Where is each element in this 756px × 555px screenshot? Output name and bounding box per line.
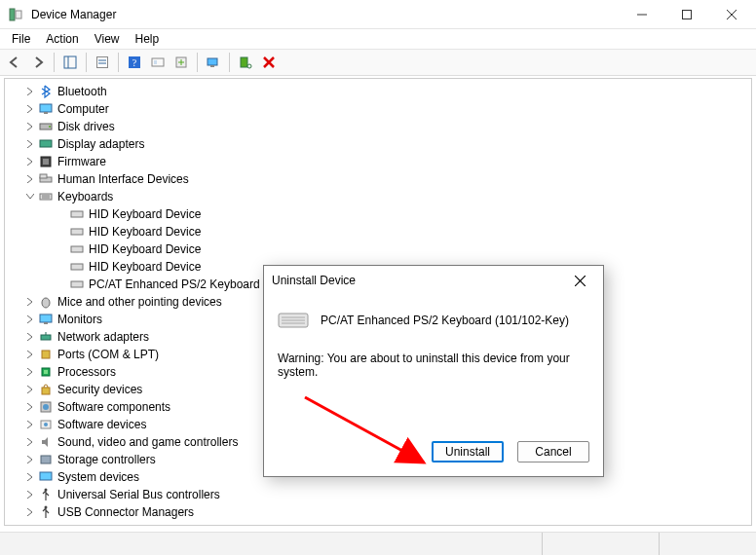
tree-node-diskdrives[interactable]: Disk drives bbox=[5, 118, 751, 135]
dialog-titlebar: Uninstall Device bbox=[264, 266, 603, 295]
svg-rect-6 bbox=[64, 56, 76, 68]
tree-node-usb[interactable]: Universal Serial Bus controllers bbox=[5, 486, 751, 503]
uninstall-button[interactable] bbox=[258, 52, 280, 73]
tree-label: Bluetooth bbox=[57, 83, 107, 100]
svg-rect-21 bbox=[44, 112, 48, 114]
firmware-icon bbox=[38, 154, 54, 169]
chevron-right-icon[interactable] bbox=[24, 366, 36, 378]
svg-rect-35 bbox=[71, 264, 83, 270]
tree-label: HID Keyboard Device bbox=[89, 258, 201, 276]
cancel-button[interactable]: Cancel bbox=[517, 441, 589, 462]
tree-node-hid[interactable]: Human Interface Devices bbox=[5, 170, 751, 188]
tree-label: Processors bbox=[57, 363, 116, 381]
svg-rect-44 bbox=[44, 370, 48, 374]
tree-label: Firmware bbox=[57, 153, 106, 170]
tree-label: Software components bbox=[57, 398, 170, 416]
tree-label: HID Keyboard Device bbox=[89, 223, 201, 240]
chevron-right-icon[interactable] bbox=[24, 173, 36, 185]
properties-button[interactable] bbox=[92, 52, 113, 73]
svg-point-23 bbox=[49, 126, 51, 128]
chevron-right-icon[interactable] bbox=[24, 471, 36, 483]
chevron-right-icon[interactable] bbox=[24, 489, 36, 500]
keyboard-icon bbox=[69, 259, 85, 275]
chevron-down-icon[interactable] bbox=[24, 191, 36, 203]
svg-point-53 bbox=[45, 506, 48, 509]
monitor-icon bbox=[38, 312, 54, 327]
chevron-right-icon[interactable] bbox=[24, 314, 36, 325]
dialog-close-button[interactable] bbox=[564, 269, 595, 292]
tree-node-hid-kb[interactable]: HID Keyboard Device bbox=[5, 223, 751, 240]
keyboard-icon bbox=[38, 189, 54, 204]
uninstall-confirm-button[interactable]: Uninstall bbox=[432, 441, 504, 462]
tree-node-hid-kb[interactable]: HID Keyboard Device bbox=[5, 240, 751, 258]
tree-node-firmware[interactable]: Firmware bbox=[5, 153, 751, 170]
mouse-icon bbox=[38, 294, 54, 310]
help-button[interactable]: ? bbox=[124, 52, 145, 73]
minimize-button[interactable] bbox=[620, 0, 664, 29]
chevron-right-icon[interactable] bbox=[24, 349, 36, 360]
svg-rect-51 bbox=[40, 472, 52, 480]
software-icon bbox=[38, 417, 54, 432]
keyboard-icon bbox=[278, 309, 309, 332]
svg-rect-40 bbox=[41, 335, 51, 340]
back-button[interactable] bbox=[4, 52, 25, 73]
usb-icon bbox=[38, 487, 54, 502]
chevron-right-icon[interactable] bbox=[24, 86, 36, 97]
keyboard-icon bbox=[69, 277, 85, 292]
toolbar-icon-2[interactable] bbox=[147, 52, 169, 73]
tree-node-bluetooth[interactable]: Bluetooth bbox=[5, 83, 751, 100]
chevron-right-icon[interactable] bbox=[24, 454, 36, 465]
chevron-right-icon[interactable] bbox=[24, 156, 36, 167]
tree-node-usbconn[interactable]: USB Connector Managers bbox=[5, 503, 751, 521]
tree-label: Network adapters bbox=[57, 328, 149, 346]
tree-node-keyboards[interactable]: Keyboards bbox=[5, 188, 751, 205]
tree-label: Ports (COM & LPT) bbox=[57, 346, 159, 363]
chevron-right-icon[interactable] bbox=[24, 419, 36, 430]
chevron-right-icon[interactable] bbox=[24, 138, 36, 150]
menu-action[interactable]: Action bbox=[38, 30, 86, 48]
tree-label: System devices bbox=[57, 468, 139, 486]
computer-icon bbox=[38, 101, 54, 117]
maximize-button[interactable] bbox=[664, 0, 709, 29]
svg-rect-24 bbox=[40, 140, 52, 147]
close-button[interactable] bbox=[709, 0, 754, 29]
tree-label: Storage controllers bbox=[57, 451, 156, 468]
usb-icon bbox=[38, 504, 54, 520]
chevron-right-icon[interactable] bbox=[24, 401, 36, 413]
keyboard-icon bbox=[69, 241, 85, 257]
show-hide-tree-button[interactable] bbox=[59, 52, 81, 73]
dialog-warning-text: Warning: You are about to uninstall this… bbox=[278, 352, 589, 379]
titlebar: Device Manager bbox=[0, 0, 756, 29]
tree-node-computer[interactable]: Computer bbox=[5, 100, 751, 118]
chevron-right-icon[interactable] bbox=[24, 103, 36, 115]
svg-point-49 bbox=[44, 423, 48, 426]
tree-label: Display adapters bbox=[57, 135, 144, 153]
update-driver-button[interactable] bbox=[170, 52, 192, 73]
tree-label: Human Interface Devices bbox=[57, 170, 189, 188]
menu-help[interactable]: Help bbox=[128, 30, 168, 48]
svg-rect-29 bbox=[40, 194, 52, 200]
svg-rect-28 bbox=[40, 174, 47, 178]
svg-rect-36 bbox=[71, 281, 83, 287]
forward-button[interactable] bbox=[27, 52, 49, 73]
tree-node-hid-kb[interactable]: HID Keyboard Device bbox=[5, 205, 751, 223]
tree-label: Disk drives bbox=[57, 118, 115, 135]
chevron-right-icon[interactable] bbox=[24, 331, 36, 343]
menu-view[interactable]: View bbox=[87, 30, 128, 48]
tree-label: Software devices bbox=[57, 416, 146, 433]
svg-rect-45 bbox=[42, 388, 50, 394]
chevron-right-icon[interactable] bbox=[24, 296, 36, 308]
chevron-right-icon[interactable] bbox=[24, 121, 36, 132]
port-icon bbox=[38, 347, 54, 362]
menu-file[interactable]: File bbox=[4, 30, 38, 48]
chevron-right-icon[interactable] bbox=[24, 436, 36, 448]
add-legacy-hardware-button[interactable] bbox=[235, 52, 256, 73]
scan-hardware-button[interactable] bbox=[203, 52, 224, 73]
svg-rect-39 bbox=[44, 322, 48, 324]
svg-rect-13 bbox=[152, 58, 164, 66]
chevron-right-icon[interactable] bbox=[24, 384, 36, 395]
svg-rect-33 bbox=[71, 229, 83, 235]
tree-node-displayadapters[interactable]: Display adapters bbox=[5, 135, 751, 153]
svg-rect-20 bbox=[40, 104, 52, 112]
chevron-right-icon[interactable] bbox=[24, 506, 36, 518]
